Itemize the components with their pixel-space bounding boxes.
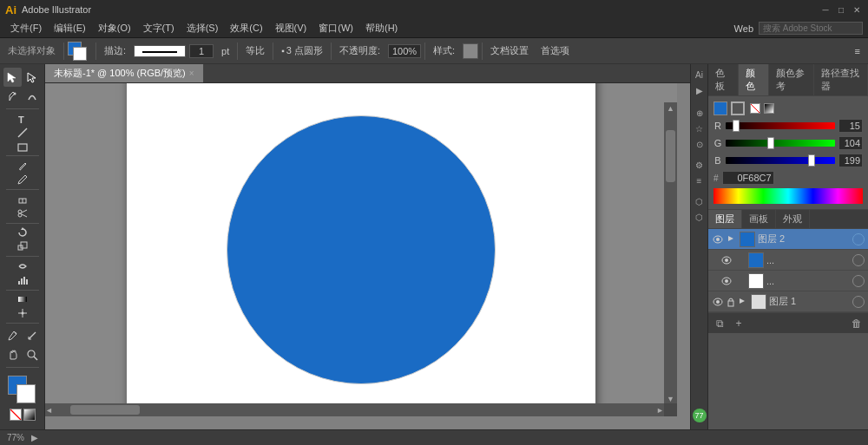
adobe-stock-search[interactable] [759,22,863,35]
tab-artboards[interactable]: 画板 [742,210,776,228]
panel-toggle-btn-8[interactable]: ⬡ [693,194,707,208]
red-value-input[interactable] [838,119,863,133]
first-item-btn[interactable]: 首选项 [536,43,574,59]
fill-stroke-swatches[interactable] [68,42,92,61]
blue-slider-track[interactable] [726,157,835,164]
layer-expand-1[interactable] [738,297,748,307]
panel-toggle-btn-5[interactable]: ⊙ [693,137,707,151]
tab-layers[interactable]: 图层 [708,210,742,228]
menu-view[interactable]: 视图(V) [270,20,312,36]
arrange-btn[interactable]: ≡ [851,44,865,58]
fg-bg-swatches[interactable] [8,376,37,405]
background-swatch[interactable] [16,384,36,403]
stroke-width-input[interactable] [189,44,214,58]
menu-window[interactable]: 窗口(W) [313,20,358,36]
eyedropper-tool[interactable] [3,326,23,345]
panel-toggle-btn-9[interactable]: ⬡ [693,210,707,224]
rect-tool[interactable] [3,140,42,154]
layer-eye-1[interactable] [712,296,724,308]
eraser-tool[interactable] [3,193,42,206]
layer-vis-1[interactable] [852,296,865,308]
scroll-up-btn[interactable]: ▲ [667,104,674,113]
select-tool[interactable] [3,68,23,87]
blue-slider-thumb[interactable] [808,154,815,167]
green-value-input[interactable] [838,136,863,150]
circle-shape[interactable] [227,115,496,384]
layer-eye-2[interactable] [712,233,724,245]
layer-item-1[interactable]: 图层 1 [708,291,868,312]
make-sublayer-btn[interactable]: ⧉ [712,316,727,331]
panel-toggle-btn-10[interactable]: 77 [693,409,707,422]
menu-effect[interactable]: 效果(C) [225,20,267,36]
color-fill-indicator[interactable] [713,101,727,115]
curvature-tool[interactable] [23,87,42,106]
red-slider-thumb[interactable] [733,120,740,132]
line-tool[interactable] [3,126,42,140]
color-stroke-indicator[interactable] [731,101,745,115]
scale-tool[interactable] [3,239,42,253]
tab-pathfinder[interactable]: 路径查找器 [814,64,868,95]
gradient-swatch[interactable] [23,409,36,421]
horizontal-scrollbar[interactable]: ◄ ► [45,403,664,416]
graph-tool[interactable] [3,273,42,287]
measure-tool[interactable] [23,326,42,345]
close-btn[interactable]: ✕ [851,3,863,16]
zoom-tool[interactable] [23,345,42,364]
rotate-tool[interactable] [3,226,42,239]
layer-vis-sub2[interactable] [852,275,865,287]
red-slider-track[interactable] [726,122,835,129]
warp-tool[interactable] [3,259,42,273]
green-slider-track[interactable] [726,140,835,147]
layer-item-sub-1[interactable]: ... [708,250,868,271]
scroll-left-btn[interactable]: ◄ [45,406,53,415]
menu-select[interactable]: 选择(S) [181,20,224,36]
menu-type[interactable]: 文字(T) [138,20,180,36]
minimize-btn[interactable]: ─ [819,3,832,16]
mesh-tool[interactable] [3,306,42,320]
gradient-indicator[interactable] [764,103,774,114]
layer-item-2[interactable]: 图层 2 [708,229,868,250]
scroll-right-btn[interactable]: ► [656,406,664,415]
delete-layer-btn[interactable]: 🗑 [849,316,865,331]
tab-color[interactable]: 颜色 [739,64,769,95]
pencil-tool[interactable] [3,173,42,187]
panel-toggle-btn-6[interactable]: ⚙ [693,158,707,172]
panel-toggle-btn-3[interactable]: ⊕ [693,106,707,120]
tab-appearance[interactable]: 外观 [776,210,810,228]
menu-help[interactable]: 帮助(H) [360,20,403,36]
layer-eye-sub1[interactable] [720,254,733,266]
style-swatch[interactable] [463,43,478,59]
panel-toggle-btn-1[interactable]: Ai [693,68,707,82]
layer-vis-sub1[interactable] [852,254,865,266]
scroll-thumb-vertical[interactable] [666,130,675,182]
paintbrush-tool[interactable] [3,159,42,173]
doc-setup-btn[interactable]: 文档设置 [486,43,533,59]
new-layer-btn[interactable]: + [731,316,746,331]
panel-toggle-btn-7[interactable]: ≡ [693,173,707,187]
none-swatch[interactable] [10,409,22,421]
none-indicator[interactable] [750,103,760,114]
layer-item-sub-2[interactable]: ... [708,271,868,291]
tab-swatches[interactable]: 色板 [708,64,739,95]
menu-object[interactable]: 对象(O) [93,20,136,36]
layer-vis-2[interactable] [852,233,865,245]
opacity-input[interactable] [388,44,421,58]
color-spectrum[interactable] [713,188,863,204]
direct-select-tool[interactable] [23,68,42,87]
menu-edit[interactable]: 编辑(E) [49,20,91,36]
panel-toggle-btn-2[interactable]: ▶ [693,83,707,97]
scroll-thumb-horizontal[interactable] [70,405,140,415]
menu-file[interactable]: 文件(F) [5,20,47,36]
hex-input[interactable] [722,171,774,185]
layer-eye-sub2[interactable] [720,275,733,287]
vertical-scrollbar[interactable]: ▲ ▼ [664,102,677,403]
scissors-tool[interactable] [3,206,42,220]
green-slider-thumb[interactable] [767,137,774,149]
type-tool[interactable]: T [3,112,42,126]
stroke-swatch[interactable] [73,47,87,61]
restore-btn[interactable]: □ [835,3,847,16]
layer-lock-1[interactable] [727,296,735,308]
tab-color-guide[interactable]: 颜色参考 [769,64,815,95]
layer-expand-2[interactable] [727,234,737,245]
panel-toggle-btn-4[interactable]: ☆ [693,121,707,135]
